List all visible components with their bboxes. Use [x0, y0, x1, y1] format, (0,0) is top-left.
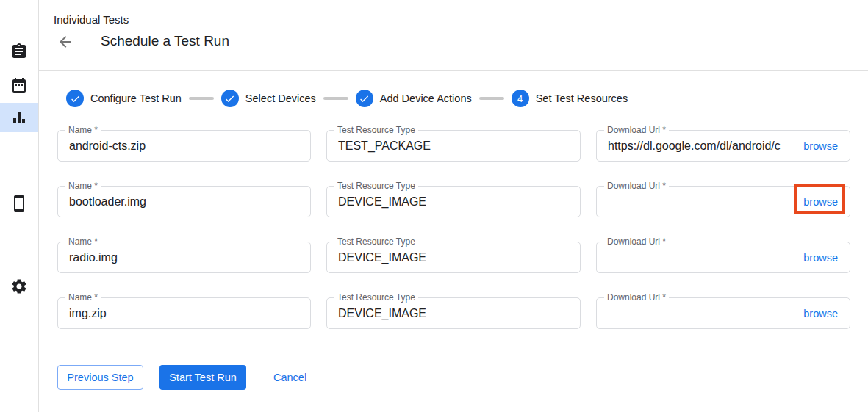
- name-field-label: Name *: [65, 292, 101, 303]
- start-test-run-button[interactable]: Start Test Run: [159, 365, 246, 390]
- test-resources-form: Name * android-cts.zip Test Resource Typ…: [57, 130, 850, 329]
- name-field-value: android-cts.zip: [58, 131, 310, 161]
- download-url-field-value: [597, 298, 797, 328]
- resource-type-field-label: Test Resource Type: [334, 292, 418, 303]
- download-url-field[interactable]: Download Url * browse: [596, 297, 850, 329]
- page-title: Schedule a Test Run: [101, 33, 229, 49]
- name-field[interactable]: Name * bootloader.img: [57, 186, 311, 217]
- back-button[interactable]: [57, 33, 76, 52]
- settings-icon: [10, 278, 28, 295]
- resource-type-field[interactable]: Test Resource Type DEVICE_IMAGE: [326, 186, 581, 217]
- resource-type-field-value: TEST_PACKAGE: [327, 131, 580, 161]
- name-field-value: img.zip: [58, 298, 310, 328]
- page-header: Individual Tests Schedule a Test Run: [39, 0, 868, 70]
- sidebar-item-test-plans[interactable]: [0, 71, 38, 100]
- step-label: Set Test Resources: [536, 93, 628, 104]
- step-add-device-actions[interactable]: Add Device Actions: [356, 90, 472, 107]
- browse-link[interactable]: browse: [797, 308, 850, 319]
- name-field-value: radio.img: [58, 242, 310, 272]
- browse-link[interactable]: browse: [797, 196, 850, 208]
- download-url-field-value: [597, 242, 797, 272]
- step-complete-check-icon: [221, 90, 239, 107]
- step-label: Add Device Actions: [380, 93, 472, 104]
- step-connector: [323, 97, 348, 100]
- resource-type-field-label: Test Resource Type: [334, 181, 418, 191]
- name-field[interactable]: Name * radio.img: [57, 242, 311, 273]
- cancel-button[interactable]: Cancel: [273, 365, 306, 390]
- stepper: Configure Test Run Select Devices Add De…: [66, 90, 628, 107]
- bottom-divider: [39, 411, 868, 411]
- previous-step-button[interactable]: Previous Step: [57, 365, 143, 390]
- download-url-field-label: Download Url *: [604, 292, 669, 303]
- sidebar: [0, 0, 39, 412]
- step-complete-check-icon: [66, 90, 84, 107]
- step-complete-check-icon: [356, 90, 373, 107]
- browse-link[interactable]: browse: [797, 252, 850, 264]
- name-field-label: Name *: [65, 181, 101, 191]
- step-number-badge: 4: [512, 90, 529, 107]
- download-url-field-value: [597, 187, 797, 217]
- step-select-devices[interactable]: Select Devices: [221, 90, 316, 107]
- assignment-icon: [10, 43, 28, 60]
- bar-chart-icon: [10, 109, 28, 126]
- smartphone-icon: [10, 195, 28, 212]
- name-field-value: bootloader.img: [58, 187, 310, 217]
- step-configure-test-run[interactable]: Configure Test Run: [66, 90, 182, 107]
- name-field[interactable]: Name * img.zip: [57, 297, 311, 329]
- sidebar-item-settings[interactable]: [0, 272, 38, 301]
- name-field[interactable]: Name * android-cts.zip: [57, 130, 311, 162]
- step-set-test-resources[interactable]: 4 Set Test Resources: [512, 90, 628, 107]
- step-connector: [189, 97, 214, 100]
- step-label: Configure Test Run: [90, 93, 182, 104]
- resource-type-field-value: DEVICE_IMAGE: [327, 242, 580, 272]
- download-url-field-label: Download Url *: [604, 125, 669, 135]
- resource-type-field[interactable]: Test Resource Type TEST_PACKAGE: [326, 130, 581, 162]
- sidebar-item-tests[interactable]: [0, 37, 38, 66]
- sidebar-item-devices[interactable]: [0, 189, 38, 218]
- sidebar-item-test-runs[interactable]: [0, 103, 38, 132]
- download-url-field-value: https://dl.google.com/dl/android/c: [597, 131, 797, 161]
- resource-type-field-value: DEVICE_IMAGE: [327, 298, 580, 328]
- download-url-field-label: Download Url *: [604, 236, 669, 247]
- resource-type-field[interactable]: Test Resource Type DEVICE_IMAGE: [326, 297, 581, 329]
- arrow-back-icon: [57, 33, 74, 51]
- download-url-field[interactable]: Download Url * browse: [596, 186, 850, 217]
- breadcrumb: Individual Tests: [54, 13, 129, 26]
- browse-link[interactable]: browse: [797, 140, 850, 152]
- header-divider: [39, 70, 868, 71]
- download-url-field[interactable]: Download Url * browse: [596, 242, 850, 273]
- resource-type-field-label: Test Resource Type: [334, 125, 418, 135]
- step-connector: [479, 97, 504, 100]
- download-url-field-label: Download Url *: [604, 181, 669, 191]
- name-field-label: Name *: [65, 125, 101, 135]
- resource-type-field-label: Test Resource Type: [334, 236, 418, 247]
- resource-type-field-value: DEVICE_IMAGE: [327, 187, 580, 217]
- resource-type-field[interactable]: Test Resource Type DEVICE_IMAGE: [326, 242, 581, 273]
- calendar-icon: [10, 76, 28, 94]
- download-url-field[interactable]: Download Url * https://dl.google.com/dl/…: [596, 130, 850, 162]
- step-label: Select Devices: [245, 93, 316, 104]
- name-field-label: Name *: [65, 236, 101, 247]
- action-bar: Previous Step Start Test Run Cancel: [57, 365, 306, 390]
